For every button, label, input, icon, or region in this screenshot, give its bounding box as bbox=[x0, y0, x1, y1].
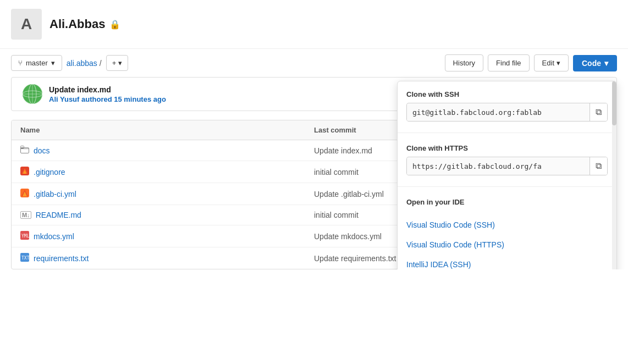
yml-red-icon: YML bbox=[20, 231, 29, 241]
clone-ssh-title: Clone with SSH bbox=[406, 90, 608, 98]
clone-ssh-copy-button[interactable]: ⧉ bbox=[590, 103, 607, 121]
branch-chevron-icon: ▾ bbox=[51, 59, 55, 67]
file-name-requirements[interactable]: TXT requirements.txt bbox=[20, 253, 314, 263]
clone-https-input[interactable] bbox=[407, 158, 590, 175]
clone-ssh-input[interactable] bbox=[407, 104, 590, 121]
repo-title: Ali.Abbas 🔒 bbox=[49, 17, 120, 31]
clone-https-title: Clone with HTTPS bbox=[406, 144, 608, 152]
edit-button[interactable]: Edit ▾ bbox=[534, 54, 569, 71]
lock-icon: 🔒 bbox=[109, 19, 120, 30]
branch-label: master bbox=[26, 59, 48, 67]
md-icon: M↓ bbox=[20, 211, 31, 219]
clone-https-section: Clone with HTTPS ⧉ bbox=[398, 135, 616, 184]
open-ide-section: Open in your IDE bbox=[398, 189, 616, 215]
gitlab-icon bbox=[20, 189, 29, 199]
clone-ssh-section: Clone with SSH ⧉ bbox=[398, 81, 616, 130]
clone-https-input-row: ⧉ bbox=[406, 157, 608, 175]
file-name-gitlab-ci[interactable]: .gitlab-ci.yml bbox=[20, 189, 314, 199]
ide-item-0[interactable]: Visual Studio Code (SSH) bbox=[398, 215, 616, 235]
toolbar-right: History Find file Edit ▾ Code ▾ bbox=[445, 54, 617, 71]
col-name-header: Name bbox=[20, 126, 314, 134]
copy-icon: ⧉ bbox=[596, 107, 602, 117]
svg-text:YML: YML bbox=[21, 234, 29, 239]
breadcrumb-sep: / bbox=[100, 59, 102, 68]
clone-https-copy-button[interactable]: ⧉ bbox=[590, 157, 607, 175]
toolbar: ⑂ master ▾ ali.abbas / + ▾ History Find … bbox=[0, 49, 628, 77]
file-name-mkdocs[interactable]: YML mkdocs.yml bbox=[20, 231, 314, 241]
commit-author[interactable]: Ali Yusuf bbox=[49, 95, 79, 103]
git-icon bbox=[20, 167, 29, 177]
branch-selector[interactable]: ⑂ master ▾ bbox=[11, 55, 62, 71]
txt-blue-icon: TXT bbox=[20, 253, 29, 263]
code-dropdown: Clone with SSH ⧉ Clone with HTTPS ⧉ bbox=[397, 81, 617, 269]
breadcrumb-owner[interactable]: ali.abbas bbox=[67, 59, 97, 68]
open-ide-title: Open in your IDE bbox=[406, 198, 608, 206]
add-chevron-icon: ▾ bbox=[118, 59, 122, 67]
avatar: A bbox=[11, 9, 42, 40]
folder-icon bbox=[20, 146, 29, 155]
scrollbar-track bbox=[612, 81, 616, 269]
divider-1 bbox=[398, 133, 616, 133]
ide-item-2[interactable]: IntelliJ IDEA (SSH) bbox=[398, 255, 616, 269]
history-button[interactable]: History bbox=[445, 54, 483, 71]
divider-2 bbox=[398, 186, 616, 187]
code-button[interactable]: Code ▾ bbox=[573, 55, 617, 71]
file-name-docs[interactable]: docs bbox=[20, 146, 314, 155]
edit-chevron-icon: ▾ bbox=[557, 59, 560, 67]
git-branch-icon: ⑂ bbox=[18, 59, 23, 67]
file-name-gitignore[interactable]: .gitignore bbox=[20, 167, 314, 177]
svg-text:TXT: TXT bbox=[21, 256, 29, 261]
scrollbar-thumb[interactable] bbox=[612, 81, 616, 125]
code-chevron-icon: ▾ bbox=[604, 59, 608, 68]
file-name-readme[interactable]: M↓ README.md bbox=[20, 211, 314, 219]
commit-time: authored 15 minutes ago bbox=[81, 95, 166, 103]
ide-item-1[interactable]: Visual Studio Code (HTTPS) bbox=[398, 235, 616, 255]
add-button[interactable]: + ▾ bbox=[106, 55, 129, 71]
avatar-image bbox=[23, 84, 42, 104]
breadcrumb: ali.abbas / bbox=[67, 59, 102, 68]
clone-ssh-input-row: ⧉ bbox=[406, 103, 608, 122]
repo-header: A Ali.Abbas 🔒 bbox=[0, 0, 628, 49]
find-file-button[interactable]: Find file bbox=[488, 54, 530, 71]
commit-avatar bbox=[23, 84, 42, 104]
copy-icon-2: ⧉ bbox=[596, 161, 602, 170]
